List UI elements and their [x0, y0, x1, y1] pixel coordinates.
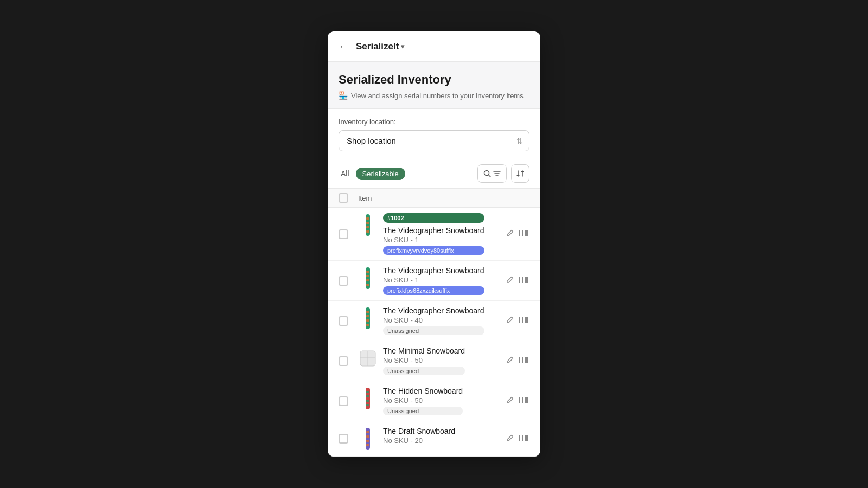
- svg-rect-14: [525, 230, 526, 236]
- edit-icon[interactable]: [505, 433, 515, 445]
- item-thumbnail: [358, 387, 378, 410]
- svg-rect-24: [522, 277, 523, 283]
- svg-rect-25: [524, 277, 524, 283]
- location-label: Inventory location:: [339, 118, 529, 126]
- item-text-info: The Draft SnowboardNo SKU - 20: [383, 427, 455, 445]
- barcode-icon[interactable]: [518, 355, 529, 367]
- item-cell: The Minimal SnowboardNo SKU - 50Unassign…: [358, 346, 497, 375]
- select-all-checkbox[interactable]: [339, 193, 348, 203]
- app-title: SerializeIt ▾: [356, 41, 404, 52]
- search-filter-button[interactable]: [477, 164, 507, 183]
- svg-rect-16: [527, 230, 528, 236]
- filter-bar: All Serializable: [328, 160, 540, 183]
- row-checkbox[interactable]: [339, 229, 358, 239]
- svg-rect-11: [521, 230, 521, 236]
- svg-rect-35: [521, 317, 521, 323]
- page-title: Serialized Inventory: [339, 73, 529, 87]
- row-checkbox[interactable]: [339, 434, 358, 444]
- svg-rect-64: [366, 431, 369, 433]
- unassigned-badge: Unassigned: [383, 326, 484, 335]
- svg-rect-54: [366, 400, 369, 402]
- location-select[interactable]: Shop location: [339, 130, 529, 151]
- svg-rect-12: [522, 230, 523, 236]
- table-row: The Draft SnowboardNo SKU - 20: [328, 421, 540, 457]
- filter-icon: [493, 171, 501, 176]
- svg-rect-53: [366, 395, 369, 397]
- app-window: ← SerializeIt ▾ Serialized Inventory 🏪 V…: [328, 31, 540, 457]
- svg-rect-44: [519, 357, 520, 363]
- serial-badge: prefixkfps68zxzqiksuffix: [383, 286, 484, 295]
- table-header: Item: [328, 188, 540, 208]
- barcode-icon[interactable]: [518, 433, 529, 445]
- svg-rect-19: [366, 275, 369, 277]
- sort-button[interactable]: [511, 164, 529, 183]
- page-body: Inventory location: Shop location ⇅: [328, 109, 540, 151]
- chevron-down-icon[interactable]: ▾: [401, 43, 404, 50]
- svg-rect-22: [519, 277, 520, 283]
- svg-rect-23: [521, 277, 521, 283]
- item-text-info: #1002The Videographer SnowboardNo SKU - …: [383, 213, 484, 255]
- edit-icon[interactable]: [505, 228, 515, 240]
- svg-rect-65: [366, 435, 369, 438]
- svg-rect-47: [524, 357, 524, 363]
- item-cell: The Videographer SnowboardNo SKU - 1pref…: [358, 266, 497, 295]
- item-thumbnail: [358, 427, 378, 451]
- item-actions: [497, 228, 529, 240]
- svg-rect-58: [522, 397, 523, 403]
- svg-rect-72: [525, 435, 526, 441]
- svg-rect-74: [527, 435, 528, 441]
- item-text-info: The Videographer SnowboardNo SKU - 1pref…: [383, 266, 484, 295]
- serial-badge: prefixmvyvrvdvoy80suffix: [383, 246, 484, 255]
- barcode-icon[interactable]: [518, 314, 529, 327]
- filter-actions: [477, 164, 529, 183]
- svg-rect-60: [525, 397, 526, 403]
- svg-rect-26: [525, 277, 526, 283]
- barcode-icon[interactable]: [518, 228, 529, 240]
- svg-rect-37: [524, 317, 524, 323]
- table-row: The Minimal SnowboardNo SKU - 50Unassign…: [328, 341, 540, 381]
- back-button[interactable]: ←: [339, 40, 349, 53]
- item-sku: No SKU - 50: [383, 396, 463, 404]
- row-checkbox[interactable]: [339, 316, 358, 326]
- edit-icon[interactable]: [505, 274, 515, 287]
- inventory-icon: 🏪: [339, 91, 348, 100]
- filter-tab-serializable[interactable]: Serializable: [356, 168, 405, 180]
- item-sku: No SKU - 1: [383, 236, 484, 244]
- svg-rect-66: [366, 440, 369, 442]
- item-actions: [497, 433, 529, 445]
- row-checkbox[interactable]: [339, 276, 358, 286]
- row-checkbox[interactable]: [339, 356, 358, 366]
- unassigned-badge: Unassigned: [383, 367, 465, 375]
- svg-rect-36: [522, 317, 523, 323]
- page-header: Serialized Inventory 🏪 View and assign s…: [328, 62, 540, 109]
- svg-rect-62: [527, 397, 528, 403]
- item-text-info: The Minimal SnowboardNo SKU - 50Unassign…: [383, 346, 465, 375]
- svg-rect-21: [366, 284, 369, 286]
- item-actions: [497, 355, 529, 367]
- svg-rect-59: [524, 397, 524, 403]
- item-sku: No SKU - 40: [383, 316, 484, 324]
- barcode-icon[interactable]: [518, 395, 529, 407]
- item-thumbnail: [358, 266, 378, 290]
- svg-rect-45: [521, 357, 521, 363]
- svg-rect-68: [519, 435, 520, 441]
- edit-icon[interactable]: [505, 395, 515, 407]
- svg-rect-73: [526, 435, 527, 441]
- item-cell: The Videographer SnowboardNo SKU - 40Una…: [358, 306, 497, 335]
- svg-rect-27: [526, 277, 527, 283]
- barcode-icon[interactable]: [518, 274, 529, 287]
- svg-rect-7: [366, 222, 369, 224]
- row-checkbox[interactable]: [339, 396, 358, 406]
- item-actions: [497, 274, 529, 287]
- top-bar: ← SerializeIt ▾: [328, 31, 540, 62]
- svg-rect-33: [366, 324, 369, 326]
- item-name: The Draft Snowboard: [383, 427, 455, 435]
- svg-rect-67: [366, 444, 369, 446]
- filter-tab-all[interactable]: All: [339, 167, 352, 180]
- table-row: The Videographer SnowboardNo SKU - 40Una…: [328, 301, 540, 341]
- item-text-info: The Videographer SnowboardNo SKU - 40Una…: [383, 306, 484, 335]
- edit-icon[interactable]: [505, 355, 515, 367]
- svg-rect-49: [526, 357, 527, 363]
- location-select-wrap: Shop location ⇅: [339, 130, 529, 151]
- edit-icon[interactable]: [505, 314, 515, 327]
